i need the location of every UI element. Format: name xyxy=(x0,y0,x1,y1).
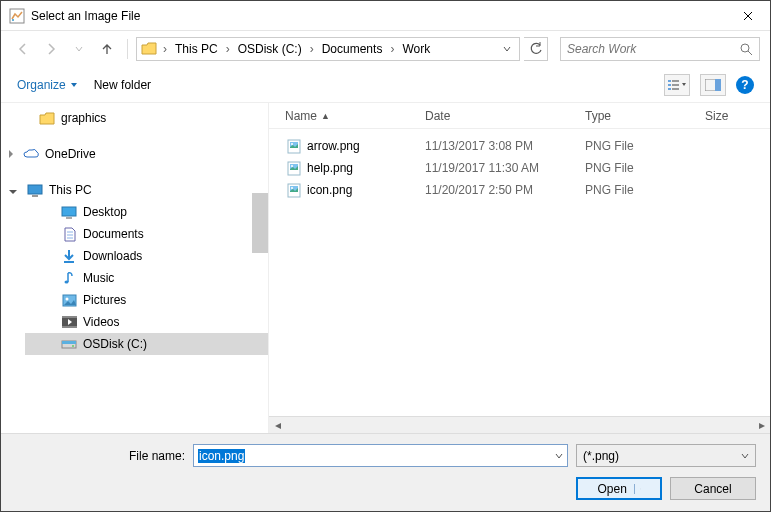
svg-point-29 xyxy=(291,165,293,167)
svg-rect-10 xyxy=(715,79,721,91)
close-icon xyxy=(743,11,753,21)
col-type[interactable]: Type xyxy=(585,109,705,123)
chevron-down-icon xyxy=(75,45,83,53)
view-options-button[interactable] xyxy=(664,74,690,96)
drive-icon xyxy=(61,336,77,352)
tree-item-music[interactable]: Music xyxy=(25,267,268,289)
chevron-down-icon xyxy=(741,453,749,459)
refresh-icon xyxy=(529,42,543,56)
filetype-filter[interactable]: (*.png) xyxy=(576,444,756,467)
documents-icon xyxy=(61,226,77,242)
nav-tree[interactable]: graphics OneDrive This PC DesktopDocumen… xyxy=(1,103,269,433)
horizontal-scrollbar[interactable]: ◂ ▸ xyxy=(269,416,770,433)
tree-item-documents[interactable]: Documents xyxy=(25,223,268,245)
svg-rect-14 xyxy=(66,217,72,219)
tree-item-osdisk-c-[interactable]: OSDisk (C:) xyxy=(25,333,268,355)
refresh-button[interactable] xyxy=(524,37,548,61)
search-box[interactable] xyxy=(560,37,760,61)
chevron-right-icon[interactable]: › xyxy=(222,42,234,56)
help-button[interactable]: ? xyxy=(736,76,754,94)
scroll-right-icon[interactable]: ▸ xyxy=(753,417,770,434)
png-file-icon xyxy=(285,182,303,198)
body: graphics OneDrive This PC DesktopDocumen… xyxy=(1,103,770,433)
filter-value: (*.png) xyxy=(583,449,619,463)
png-file-icon xyxy=(285,160,303,176)
tree-item-thispc[interactable]: This PC xyxy=(21,179,268,201)
list-view-icon xyxy=(668,79,686,91)
cancel-button[interactable]: Cancel xyxy=(670,477,756,500)
tree-item-graphics[interactable]: graphics xyxy=(21,107,268,129)
breadcrumb-dropdown[interactable] xyxy=(497,45,517,53)
close-button[interactable] xyxy=(725,1,770,31)
svg-rect-13 xyxy=(62,207,76,216)
sort-asc-icon: ▲ xyxy=(321,111,330,121)
svg-point-26 xyxy=(291,143,293,145)
tree-item-videos[interactable]: Videos xyxy=(25,311,268,333)
help-icon: ? xyxy=(741,78,748,92)
file-name: help.png xyxy=(307,161,425,175)
search-icon[interactable] xyxy=(740,43,753,56)
chevron-right-icon[interactable]: › xyxy=(386,42,398,56)
tree-item-downloads[interactable]: Downloads xyxy=(25,245,268,267)
svg-rect-19 xyxy=(62,316,77,318)
filter-dropdown[interactable] xyxy=(741,453,749,459)
chevron-right-icon[interactable]: › xyxy=(306,42,318,56)
file-row[interactable]: help.png11/19/2017 11:30 AMPNG File xyxy=(285,157,770,179)
file-list[interactable]: arrow.png11/13/2017 3:08 PMPNG Filehelp.… xyxy=(269,129,770,201)
forward-icon xyxy=(43,41,59,57)
up-icon xyxy=(99,41,115,57)
organize-menu[interactable]: Organize xyxy=(17,78,78,92)
breadcrumb[interactable]: › This PC › OSDisk (C:) › Documents › Wo… xyxy=(136,37,520,61)
chevron-right-icon[interactable]: › xyxy=(159,42,171,56)
file-date: 11/13/2017 3:08 PM xyxy=(425,139,585,153)
new-folder-button[interactable]: New folder xyxy=(94,78,151,92)
svg-rect-12 xyxy=(32,195,38,197)
recent-dropdown[interactable] xyxy=(67,37,91,61)
app-icon xyxy=(9,8,25,24)
filename-label: File name: xyxy=(15,449,185,463)
titlebar: Select an Image File xyxy=(1,1,770,31)
organize-label: Organize xyxy=(17,78,66,92)
svg-rect-22 xyxy=(62,341,76,344)
file-row[interactable]: icon.png11/20/2017 2:50 PMPNG File xyxy=(285,179,770,201)
search-input[interactable] xyxy=(567,42,740,56)
tree-item-pictures[interactable]: Pictures xyxy=(25,289,268,311)
scroll-left-icon[interactable]: ◂ xyxy=(269,417,286,434)
png-file-icon xyxy=(285,138,303,154)
filename-dropdown[interactable] xyxy=(555,453,563,459)
svg-rect-5 xyxy=(668,84,671,86)
forward-button[interactable] xyxy=(39,37,63,61)
filename-input[interactable]: icon.png xyxy=(193,444,568,467)
music-icon xyxy=(61,270,77,286)
tree-item-onedrive[interactable]: OneDrive xyxy=(21,143,268,165)
computer-icon xyxy=(27,182,43,198)
col-date[interactable]: Date xyxy=(425,109,585,123)
split-chevron-icon xyxy=(634,484,641,494)
file-pane: Name▲ Date Type Size arrow.png11/13/2017… xyxy=(269,103,770,433)
preview-pane-button[interactable] xyxy=(700,74,726,96)
toolbar: Organize New folder ? xyxy=(1,67,770,103)
crumb-thispc[interactable]: This PC xyxy=(171,42,222,56)
col-size[interactable]: Size xyxy=(705,109,755,123)
crumb-osdisk[interactable]: OSDisk (C:) xyxy=(234,42,306,56)
chevron-down-icon xyxy=(555,453,563,459)
file-row[interactable]: arrow.png11/13/2017 3:08 PMPNG File xyxy=(285,135,770,157)
filename-value: icon.png xyxy=(198,449,245,463)
tree-scrollbar[interactable] xyxy=(252,193,268,253)
crumb-documents[interactable]: Documents xyxy=(318,42,387,56)
svg-point-17 xyxy=(65,297,68,300)
svg-point-1 xyxy=(12,19,14,21)
open-button[interactable]: Open xyxy=(576,477,662,500)
window-title: Select an Image File xyxy=(31,9,725,23)
desktop-icon xyxy=(61,204,77,220)
svg-point-23 xyxy=(72,345,74,347)
svg-rect-6 xyxy=(672,84,679,86)
crumb-work[interactable]: Work xyxy=(398,42,434,56)
tree-item-desktop[interactable]: Desktop xyxy=(25,201,268,223)
preview-icon xyxy=(705,79,721,91)
col-name[interactable]: Name▲ xyxy=(285,109,425,123)
back-button[interactable] xyxy=(11,37,35,61)
up-button[interactable] xyxy=(95,37,119,61)
svg-rect-4 xyxy=(672,80,679,82)
file-name: arrow.png xyxy=(307,139,425,153)
